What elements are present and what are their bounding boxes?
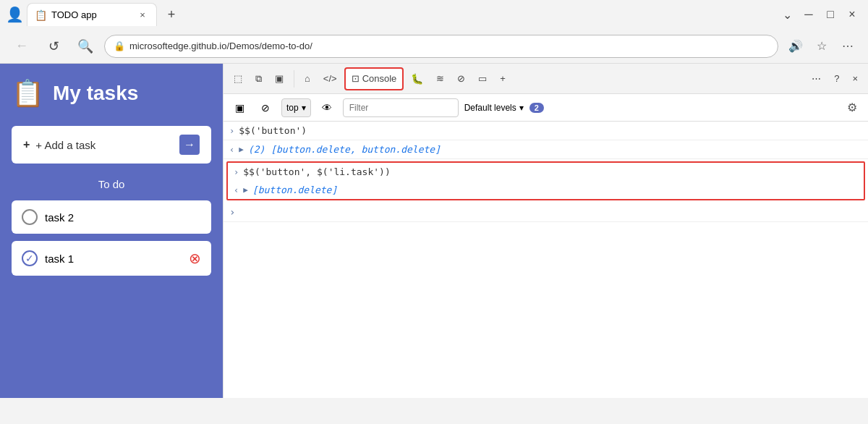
browser-tab[interactable]: 📋 TODO app ×	[27, 3, 157, 26]
highlighted-section: › $$('button', $('li.task')) ‹ ▶ [button…	[226, 161, 865, 200]
layout-button[interactable]: ▭	[472, 67, 493, 90]
user-icon: 👤	[6, 6, 24, 23]
context-dropdown-icon: ▾	[302, 103, 306, 113]
clear-console-button[interactable]: ⊘	[255, 98, 276, 118]
eye-button[interactable]: 👁	[317, 98, 337, 118]
inspect-element-button[interactable]: ⬚	[228, 67, 248, 90]
back-button[interactable]: ←	[9, 33, 35, 59]
todo-title: My tasks	[53, 82, 138, 105]
console-line-highlighted[interactable]: › $$('button', $('li.task'))	[228, 163, 864, 181]
console-line[interactable]: › $$('button')	[224, 122, 868, 140]
add-icon: +	[500, 73, 506, 84]
console-sidebar-button[interactable]: ▣	[229, 98, 250, 118]
message-count-badge: 2	[529, 103, 544, 113]
more-tools-button[interactable]: ⋯	[806, 67, 827, 90]
console-result-text-2: [button.delete]	[252, 185, 337, 195]
bug-icon: 🐛	[411, 73, 423, 85]
more-button[interactable]: ⋯	[836, 35, 859, 58]
help-button[interactable]: ?	[828, 67, 845, 90]
more-icon: ⋯	[812, 73, 821, 84]
close-devtools-button[interactable]: ×	[846, 67, 864, 90]
console-settings-button[interactable]: ⚙	[842, 98, 862, 118]
console-tab-label: Console	[362, 73, 397, 84]
task-circle-unchecked	[22, 209, 38, 225]
add-task-label: + Add a task	[35, 139, 95, 151]
console-cursor: ›	[229, 206, 235, 218]
context-label: top	[286, 103, 299, 113]
source-button[interactable]: </>	[318, 67, 343, 90]
home-icon: ⌂	[305, 73, 310, 84]
layout-icon: ▭	[478, 73, 487, 84]
plus-icon: +	[23, 138, 30, 151]
levels-selector[interactable]: Default levels ▾	[464, 103, 524, 113]
device-toolbar-button[interactable]: ⧉	[250, 67, 268, 90]
help-icon: ?	[834, 73, 839, 84]
collapse-button[interactable]: ⌄	[777, 4, 797, 25]
add-task-button[interactable]: + + Add a task →	[12, 126, 211, 164]
task-item[interactable]: ✓ task 1 ⊗	[12, 241, 211, 276]
console-input-text: $$('button')	[239, 125, 307, 136]
context-selector[interactable]: top ▾	[281, 98, 311, 117]
address-bar: ← ↺ 🔍 🔒 microsoftedge.github.io/Demos/de…	[0, 29, 868, 64]
paint-icon: ⊘	[457, 73, 465, 84]
console-filter-bar: ▣ ⊘ top ▾ 👁 Default levels ▾ 2 ⚙	[224, 94, 868, 122]
result-arrow: ‹	[229, 145, 234, 155]
close-icon: ×	[852, 73, 858, 84]
favorites-button[interactable]: ☆	[810, 35, 833, 58]
toggle-panel-button[interactable]: ▣	[269, 67, 289, 90]
tab-bar-right: ⌄ ─ □ ×	[777, 4, 862, 25]
filter-input[interactable]	[343, 98, 459, 117]
gear-icon: ⚙	[847, 101, 857, 114]
input-arrow: ›	[234, 167, 239, 177]
panel-icon: ▣	[275, 73, 284, 84]
address-right-buttons: 🔊 ☆ ⋯	[784, 35, 859, 58]
console-result-text: (2) [button.delete, button.delete]	[248, 144, 441, 155]
todo-icon: 📋	[12, 78, 44, 109]
device-icon: ⧉	[255, 73, 262, 85]
console-input-text-2: $$('button', $('li.task'))	[243, 166, 391, 177]
result-arrow: ‹	[234, 185, 239, 195]
window-maximize-button[interactable]: □	[820, 4, 841, 25]
devtools-toolbar: ⬚ ⧉ ▣ ⌂ </> ⊡ Console 🐛 ≋	[224, 64, 868, 94]
title-bar: 👤 📋 TODO app × + ⌄ ─ □ ×	[0, 0, 868, 29]
task-name: task 2	[45, 211, 201, 224]
source-icon: </>	[323, 73, 337, 84]
bug-button[interactable]: 🐛	[405, 67, 429, 90]
refresh-button[interactable]: ↺	[41, 33, 67, 59]
clear-icon: ⊘	[261, 102, 270, 114]
section-title: To do	[12, 178, 211, 190]
levels-label: Default levels	[464, 103, 516, 113]
search-button[interactable]: 🔍	[72, 33, 98, 59]
url-text: microsoftedge.github.io/Demos/demo-to-do…	[129, 41, 769, 51]
task-name: task 1	[45, 253, 182, 265]
eye-icon: 👁	[322, 102, 332, 114]
expand-icon[interactable]: ▶	[239, 145, 244, 154]
url-box[interactable]: 🔒 microsoftedge.github.io/Demos/demo-to-…	[104, 35, 778, 58]
sidebar-panel-icon: ▣	[235, 102, 244, 114]
add-panel-button[interactable]: +	[494, 67, 511, 90]
inspect-icon: ⬚	[234, 73, 242, 84]
console-line[interactable]: ‹ ▶ (2) [button.delete, button.delete]	[224, 140, 868, 159]
console-tab-button[interactable]: ⊡ Console	[344, 67, 404, 90]
window-close-button[interactable]: ×	[842, 4, 862, 25]
task-item[interactable]: task 2	[12, 200, 211, 234]
input-arrow: ›	[229, 126, 234, 136]
delete-icon[interactable]: ⊗	[189, 250, 201, 267]
tab-favicon: 📋	[35, 9, 47, 21]
read-aloud-button[interactable]: 🔊	[784, 35, 807, 58]
tab-title: TODO app	[51, 9, 132, 20]
tab-close-button[interactable]: ×	[136, 9, 149, 22]
todo-header: 📋 My tasks	[12, 78, 211, 109]
expand-icon[interactable]: ▶	[243, 185, 248, 195]
new-tab-button[interactable]: +	[160, 3, 183, 26]
console-prompt-line[interactable]: ›	[224, 203, 868, 222]
network-button[interactable]: ≋	[430, 67, 450, 90]
window-minimize-button[interactable]: ─	[799, 4, 819, 25]
console-line-highlighted[interactable]: ‹ ▶ [button.delete]	[228, 181, 864, 199]
paint-button[interactable]: ⊘	[451, 67, 471, 90]
home-button[interactable]: ⌂	[299, 67, 316, 90]
devtools-panel: ⬚ ⧉ ▣ ⌂ </> ⊡ Console 🐛 ≋	[223, 64, 868, 398]
network-icon: ≋	[436, 73, 444, 84]
console-output: › $$('button') ‹ ▶ (2) [button.delete, b…	[224, 122, 868, 398]
toolbar-separator	[294, 70, 294, 88]
